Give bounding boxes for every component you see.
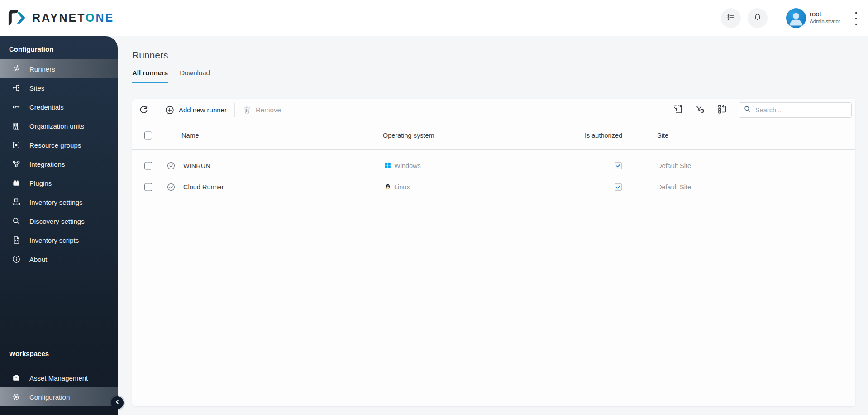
column-chooser-icon [717,104,728,116]
runner-status-icon [167,183,176,192]
tab-bar: All runnersDownload [132,69,210,83]
table-row[interactable]: Cloud RunnerLinuxDefault Site [132,176,855,198]
sidebar-item-label: Runners [29,65,55,73]
workspace-item-configuration[interactable]: Configuration [0,387,118,406]
sidebar-item-plugins[interactable]: Plugins [0,174,118,193]
sidebar-item-label: Organization units [29,122,84,130]
sidebar-collapse-button[interactable] [111,396,124,409]
sidebar-item-sites[interactable]: Sites [0,78,118,97]
sidebar: Configuration RunnersSitesCredentialsOrg… [0,36,118,415]
user-name: root [810,10,840,18]
conveyor-icon [12,198,21,207]
is-authorized-checkbox [615,183,622,191]
brand-logo[interactable]: RAYNETONE [8,10,114,26]
main-content: Runners All runnersDownload [118,36,868,415]
sidebar-section-title: Configuration [9,45,53,53]
task-list-button[interactable] [721,8,741,28]
person-icon [786,8,806,28]
sidebar-item-credentials[interactable]: Credentials [0,97,118,116]
sidebar-nav: RunnersSitesCredentialsOrganization unit… [0,59,118,269]
linux-logo [385,183,391,191]
remove-label: Remove [256,106,281,114]
toolbar-right-group [672,102,852,118]
sidebar-item-runners[interactable]: Runners [0,59,118,78]
bell-icon [753,12,763,24]
runner-site: Default Site [657,162,691,169]
remove-button[interactable]: Remove [243,106,281,115]
column-chooser-button[interactable] [716,104,728,116]
toolbar-divider [289,103,289,117]
sidebar-item-label: Inventory settings [29,198,83,206]
sidebar-item-label: Discovery settings [29,217,85,225]
briefcase-icon [12,373,21,382]
workspaces-title: Workspaces [9,350,49,357]
raynet-logo-icon [8,10,26,26]
add-new-runner-button[interactable]: Add new runner [165,105,227,115]
notifications-button[interactable] [748,8,768,28]
topbar: RAYNETONE [0,0,868,36]
runner-os: Windows [385,162,421,169]
sidebar-item-label: Configuration [29,393,70,401]
runner-status-icon [167,161,176,170]
info-icon [12,255,21,264]
sidebar-item-label: Asset Management [29,374,88,382]
user-menu[interactable]: root Administrator [810,10,840,24]
sidebar-item-resource-groups[interactable]: Resource groups [0,135,118,154]
add-new-runner-label: Add new runner [179,106,227,114]
runner-name: WINRUN [183,162,210,169]
sidebar-item-integrations[interactable]: Integrations [0,154,118,174]
table-row[interactable]: WINRUNWindowsDefault Site [132,155,855,176]
tab-all-runners[interactable]: All runners [132,69,168,83]
search-input[interactable] [755,106,847,114]
gear-icon [12,392,21,401]
column-header-authorized[interactable]: Is authorized [585,132,622,139]
is-authorized-checkbox [615,162,622,169]
toolbar-divider [157,103,157,117]
overflow-menu-button[interactable] [853,12,860,25]
table-header: Name Operating system Is authorized Site [132,121,855,150]
key-icon [12,102,21,111]
sidebar-item-inventory-scripts[interactable]: Inventory scripts [0,231,118,250]
grid-toolbar: Add new runner Remove [132,99,855,121]
sidebar-item-label: Resource groups [29,141,81,149]
search-icon [744,105,751,115]
column-header-name[interactable]: Name [181,132,199,139]
runner-os-label: Linux [394,183,410,191]
sidebar-item-label: Inventory scripts [29,236,79,244]
magnifier-icon [12,217,21,226]
workspaces-nav: Asset ManagementConfiguration [0,368,118,406]
tab-download[interactable]: Download [180,69,210,83]
workspace-item-asset-management[interactable]: Asset Management [0,368,118,387]
user-avatar[interactable] [786,8,806,28]
app-root: RAYNETONE [0,0,868,415]
sidebar-item-discovery-settings[interactable]: Discovery settings [0,212,118,231]
row-checkbox[interactable] [144,162,152,169]
column-header-site[interactable]: Site [657,132,668,139]
brand-wordmark: RAYNETONE [32,11,114,24]
refresh-icon [138,105,149,115]
script-file-icon [12,236,21,245]
sidebar-item-organization-units[interactable]: Organization units [0,116,118,135]
sidebar-item-label: About [29,256,47,263]
sidebar-item-about[interactable]: About [0,250,118,269]
select-all-checkbox[interactable] [144,131,152,139]
resource-group-icon [12,140,21,150]
filter-template-icon [672,104,683,116]
clear-filter-icon [695,104,706,116]
row-checkbox[interactable] [144,183,152,191]
clear-filter-button[interactable] [694,104,706,116]
sidebar-item-label: Integrations [29,160,65,168]
column-header-os[interactable]: Operating system [383,132,434,139]
refresh-button[interactable] [138,105,149,115]
sidebar-item-label: Plugins [29,179,52,187]
plugin-icon [12,179,21,188]
trash-icon [243,106,252,115]
runner-icon [12,64,21,73]
filter-template-button[interactable] [672,104,684,116]
sidebar-item-inventory-settings[interactable]: Inventory settings [0,193,118,212]
toolbar-divider [234,103,235,117]
building-icon [12,121,21,130]
chevron-left-icon [114,398,121,407]
runner-name: Cloud Runner [183,183,224,191]
sidebar-item-label: Sites [29,84,44,92]
